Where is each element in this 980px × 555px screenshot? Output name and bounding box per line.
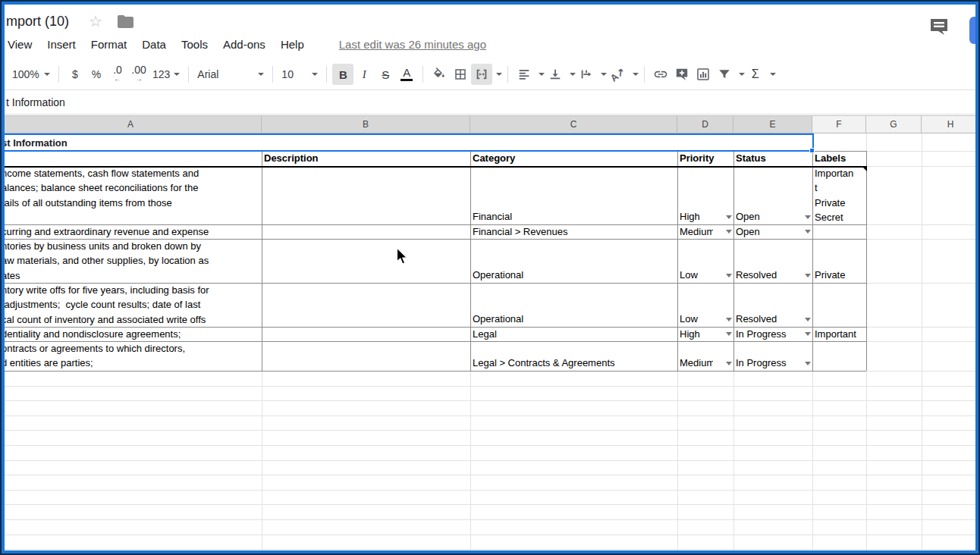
cell-dropdown-arrow[interactable] (726, 215, 732, 219)
column-header-G[interactable]: G (866, 115, 922, 133)
cell-F7[interactable]: Important (812, 327, 867, 341)
column-header-H[interactable]: H (922, 115, 978, 133)
functions-caret[interactable] (770, 73, 776, 76)
menu-add-ons[interactable]: Add-ons (223, 38, 265, 51)
cell-dropdown-arrow[interactable] (805, 274, 811, 278)
comments-icon[interactable] (929, 18, 949, 39)
cell-dropdown-arrow[interactable] (805, 318, 811, 321)
cell-D8[interactable]: Medium (677, 341, 734, 371)
cell-D7[interactable]: High (677, 327, 734, 341)
cell-D5[interactable]: Low (677, 239, 734, 283)
menu-bar: ViewInsertFormatDataToolsAdd-onsHelp Las… (8, 35, 486, 53)
horizontal-align-caret[interactable] (539, 73, 545, 76)
formula-bar[interactable]: t Information (2, 91, 978, 114)
vertical-align-button[interactable] (545, 64, 566, 85)
cell-A4[interactable]: curring and extraordinary revenue and ex… (2, 224, 262, 239)
italic-button[interactable]: I (353, 64, 375, 85)
cell-dropdown-arrow[interactable] (726, 332, 732, 336)
insert-link-button[interactable] (650, 64, 671, 85)
column-header-C[interactable]: C (470, 115, 677, 133)
column-header-B[interactable]: B (262, 115, 470, 133)
cell-E7[interactable]: In Progress (733, 327, 813, 341)
menu-tools[interactable]: Tools (181, 38, 208, 51)
format-currency-button[interactable]: $ (64, 64, 86, 85)
font-select[interactable]: Arial (194, 64, 267, 85)
format-percent-button[interactable]: % (86, 64, 107, 85)
column-header-A[interactable]: A (2, 115, 262, 133)
filter-caret[interactable] (739, 73, 745, 76)
column-header-E[interactable]: E (733, 115, 812, 133)
filter-button[interactable] (714, 64, 735, 85)
borders-button[interactable] (450, 64, 471, 85)
cell-C3[interactable]: Financial (470, 166, 678, 224)
cell-dropdown-arrow[interactable] (726, 230, 732, 234)
cell-E6[interactable]: Resolved (733, 283, 813, 327)
text-rotation-caret[interactable] (633, 73, 639, 76)
cell-E2[interactable]: Status (733, 151, 813, 166)
cell-C5[interactable]: Operational (470, 239, 678, 283)
insert-chart-button[interactable] (693, 64, 714, 85)
cell-E4[interactable]: Open (733, 224, 813, 239)
increase-decimals-button[interactable]: .00→ (128, 64, 149, 85)
cell-A6[interactable]: ntory write offs for five years, includi… (2, 283, 262, 327)
text-wrap-button[interactable] (576, 64, 597, 85)
cell-E3[interactable]: Open (733, 166, 813, 224)
spreadsheet-grid[interactable]: ABCDEFGHst InformationDescriptionCategor… (2, 115, 978, 550)
cell-dropdown-arrow[interactable] (805, 215, 811, 219)
font-size-select[interactable]: 10 (278, 64, 321, 85)
last-edit-link[interactable]: Last edit was 26 minutes ago (339, 38, 486, 51)
cell-C4[interactable]: Financial > Revenues (470, 224, 678, 239)
cell-A5[interactable]: ntories by business units and broken dow… (2, 239, 262, 283)
cell-E5[interactable]: Resolved (733, 239, 813, 283)
cell-F5[interactable]: Private (812, 239, 867, 283)
functions-button[interactable]: Σ (745, 64, 766, 85)
vertical-align-caret[interactable] (570, 73, 576, 76)
menu-data[interactable]: Data (142, 38, 166, 51)
strikethrough-button[interactable]: S (375, 64, 396, 85)
bold-button[interactable]: B (332, 64, 353, 85)
cell-B2[interactable]: Description (262, 151, 471, 166)
cell-dropdown-arrow[interactable] (805, 332, 811, 336)
cell-C6[interactable]: Operational (470, 283, 678, 327)
add-comment-button[interactable] (671, 64, 693, 85)
cell-F2[interactable]: Labels (812, 151, 867, 166)
cell-D4[interactable]: Medium (677, 224, 734, 239)
horizontal-align-button[interactable] (514, 64, 535, 85)
document-title[interactable]: mport (10) (6, 14, 69, 30)
cell-A7[interactable]: dentiality and nondisclosure agreements; (2, 327, 262, 341)
more-formats-button[interactable]: 123 (149, 64, 183, 85)
cell-dropdown-arrow[interactable] (805, 230, 811, 234)
text-color-button[interactable]: A (396, 64, 417, 85)
selection-fill-handle[interactable] (809, 148, 815, 153)
cell-C8[interactable]: Legal > Contracts & Agreements (470, 341, 678, 371)
cell-dropdown-arrow[interactable] (726, 318, 732, 321)
folder-icon[interactable] (118, 15, 133, 28)
text-wrap-caret[interactable] (601, 73, 607, 76)
column-header-F[interactable]: F (812, 115, 866, 133)
decrease-decimals-button[interactable]: .0← (107, 64, 128, 85)
cell-A3[interactable]: ncome statements, cash flow statements a… (2, 166, 262, 224)
text-rotation-button[interactable]: A↗ (607, 64, 628, 85)
cell-dropdown-arrow[interactable] (805, 362, 811, 365)
merge-options-caret[interactable] (496, 73, 502, 76)
merge-cells-button[interactable] (471, 64, 492, 85)
fill-color-button[interactable] (429, 64, 450, 85)
cell-C7[interactable]: Legal (470, 327, 678, 341)
zoom-select[interactable]: 100% (9, 64, 53, 85)
cell-D6[interactable]: Low (677, 283, 734, 327)
column-header-D[interactable]: D (677, 115, 733, 133)
cell-dropdown-arrow[interactable] (726, 362, 732, 365)
menu-help[interactable]: Help (281, 38, 304, 51)
cell-F3[interactable]: ImportantPrivateSecret (812, 166, 867, 224)
menu-insert[interactable]: Insert (47, 38, 76, 51)
star-icon[interactable]: ☆ (89, 12, 102, 30)
cell-D2[interactable]: Priority (677, 151, 734, 166)
cell-C2[interactable]: Category (470, 151, 678, 166)
menu-format[interactable]: Format (91, 38, 127, 51)
cell-E8[interactable]: In Progress (733, 341, 813, 371)
cell-dropdown-arrow[interactable] (726, 274, 732, 278)
share-button[interactable] (969, 17, 978, 44)
cell-A8[interactable]: ontracts or agreements to which director… (2, 341, 262, 371)
menu-view[interactable]: View (8, 38, 32, 51)
cell-D3[interactable]: High (677, 166, 734, 224)
